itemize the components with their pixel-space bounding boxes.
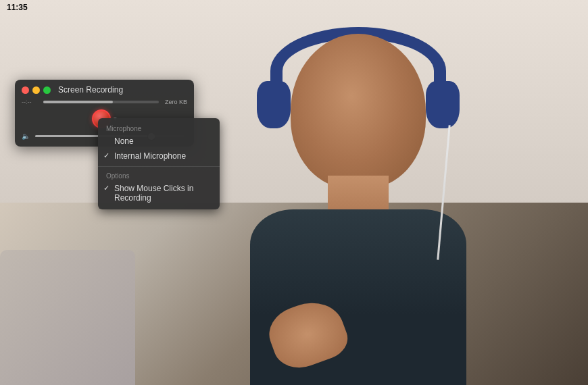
title-bar: Screen Recording — [22, 85, 187, 95]
dropdown-divider — [98, 166, 220, 167]
status-bar: 11:35 — [0, 0, 588, 15]
headphone-left — [257, 81, 291, 128]
microphone-none-option[interactable]: None — [98, 134, 220, 149]
sofa — [0, 250, 135, 385]
close-button[interactable] — [22, 86, 29, 94]
clock: 11:35 — [7, 3, 28, 12]
background — [0, 0, 588, 385]
progress-bar — [43, 101, 159, 103]
file-size: Zero KB — [162, 99, 187, 105]
progress-bar-fill — [43, 101, 113, 103]
options-section-label: Options — [98, 170, 220, 181]
show-mouse-clicks-option[interactable]: Show Mouse Clicks in Recording — [98, 181, 220, 205]
person-head — [291, 34, 426, 189]
time-label: --:-- — [22, 99, 41, 105]
volume-icon: 🔈 — [22, 132, 32, 140]
maximize-button[interactable] — [43, 86, 51, 94]
dropdown-popup: Microphone None Internal Microphone Opti… — [98, 118, 220, 209]
progress-row: --:-- Zero KB — [22, 99, 187, 105]
person — [182, 14, 534, 385]
headphone-right — [426, 81, 460, 128]
microphone-internal-option[interactable]: Internal Microphone — [98, 149, 220, 163]
minimize-button[interactable] — [32, 86, 40, 94]
microphone-section-label: Microphone — [98, 122, 220, 134]
window-title: Screen Recording — [58, 85, 123, 95]
